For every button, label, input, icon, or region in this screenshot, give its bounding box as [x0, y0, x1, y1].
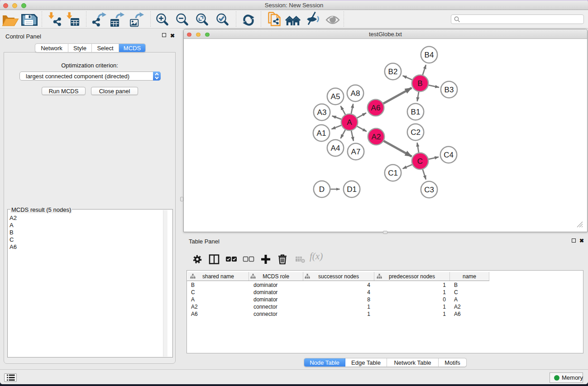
svg-text:A6: A6 — [371, 104, 381, 112]
svg-text:C1: C1 — [388, 169, 398, 177]
svg-text:C4: C4 — [444, 151, 454, 159]
svg-text:B3: B3 — [445, 86, 454, 94]
svg-text:D1: D1 — [347, 185, 357, 194]
svg-text:A8: A8 — [351, 89, 360, 98]
svg-text:B2: B2 — [388, 67, 398, 76]
svg-text:A5: A5 — [331, 92, 340, 101]
svg-text:A3: A3 — [317, 108, 327, 117]
svg-text:A1: A1 — [317, 129, 326, 138]
svg-text:C2: C2 — [411, 128, 421, 137]
svg-text:C3: C3 — [424, 186, 434, 194]
svg-text:C: C — [417, 157, 423, 166]
svg-text:A: A — [347, 118, 352, 127]
svg-text:A2: A2 — [372, 133, 381, 141]
svg-text:A7: A7 — [351, 148, 361, 156]
svg-text:B4: B4 — [425, 51, 434, 59]
svg-text:B: B — [417, 79, 422, 88]
svg-text:B1: B1 — [411, 108, 421, 116]
svg-text:A4: A4 — [331, 144, 340, 152]
svg-text:D: D — [319, 185, 325, 194]
